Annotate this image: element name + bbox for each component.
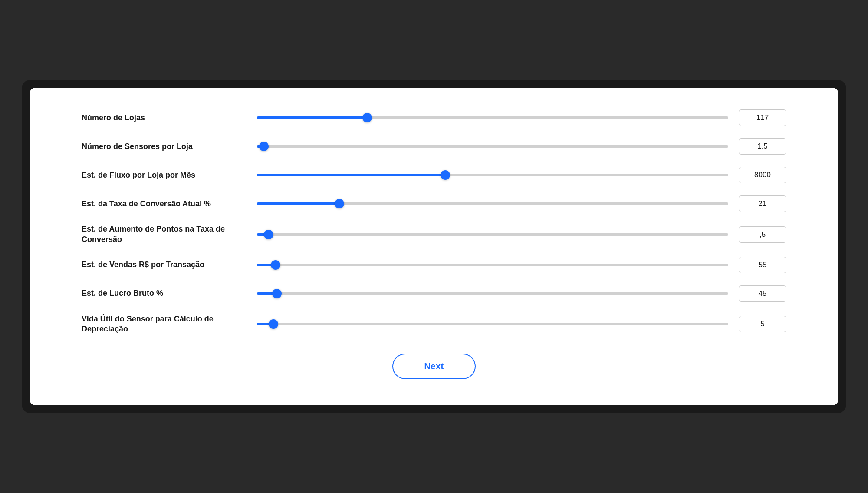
next-button-row: Next	[82, 354, 786, 379]
slider-row-lucro-bruto: Est. de Lucro Bruto %45	[82, 285, 786, 302]
outer-container: Número de Lojas117Número de Sensores por…	[22, 80, 846, 413]
slider-track-fluxo-por-loja	[257, 174, 728, 176]
slider-value-vendas-transacao: 55	[739, 257, 786, 273]
slider-value-sensores-por-loja: 1,5	[739, 138, 786, 155]
slider-track-sensores-por-loja	[257, 145, 728, 148]
slider-row-taxa-conversao: Est. da Taxa de Conversão Atual %21	[82, 195, 786, 212]
slider-value-lucro-bruto: 45	[739, 285, 786, 302]
slider-track-lucro-bruto	[257, 292, 728, 295]
slider-label-vendas-transacao: Est. de Vendas R$ por Transação	[82, 260, 247, 270]
slider-label-numero-lojas: Número de Lojas	[82, 113, 247, 123]
slider-row-vida-util: Vida Útil do Sensor para Cálculo de Depr…	[82, 314, 786, 334]
slider-label-aumento-pontos: Est. de Aumento de Pontos na Taxa de Con…	[82, 224, 247, 245]
slider-label-taxa-conversao: Est. da Taxa de Conversão Atual %	[82, 199, 247, 209]
slider-row-numero-lojas: Número de Lojas117	[82, 109, 786, 126]
slider-value-numero-lojas: 117	[739, 109, 786, 126]
slider-value-taxa-conversao: 21	[739, 195, 786, 212]
slider-label-fluxo-por-loja: Est. de Fluxo por Loja por Mês	[82, 170, 247, 180]
slider-value-fluxo-por-loja: 8000	[739, 167, 786, 183]
slider-track-vendas-transacao	[257, 264, 728, 266]
slider-track-vida-util	[257, 323, 728, 325]
sliders-container: Número de Lojas117Número de Sensores por…	[82, 109, 786, 334]
slider-value-vida-util: 5	[739, 316, 786, 332]
slider-row-vendas-transacao: Est. de Vendas R$ por Transação55	[82, 257, 786, 273]
slider-value-aumento-pontos: ,5	[739, 226, 786, 243]
slider-row-aumento-pontos: Est. de Aumento de Pontos na Taxa de Con…	[82, 224, 786, 245]
slider-label-vida-util: Vida Útil do Sensor para Cálculo de Depr…	[82, 314, 247, 334]
slider-row-fluxo-por-loja: Est. de Fluxo por Loja por Mês8000	[82, 167, 786, 183]
slider-row-sensores-por-loja: Número de Sensores por Loja1,5	[82, 138, 786, 155]
slider-track-taxa-conversao	[257, 202, 728, 205]
slider-label-lucro-bruto: Est. de Lucro Bruto %	[82, 288, 247, 298]
slider-track-numero-lojas	[257, 116, 728, 119]
slider-label-sensores-por-loja: Número de Sensores por Loja	[82, 142, 247, 152]
inner-card: Número de Lojas117Número de Sensores por…	[30, 88, 838, 405]
slider-track-aumento-pontos	[257, 233, 728, 236]
next-button[interactable]: Next	[392, 354, 476, 379]
